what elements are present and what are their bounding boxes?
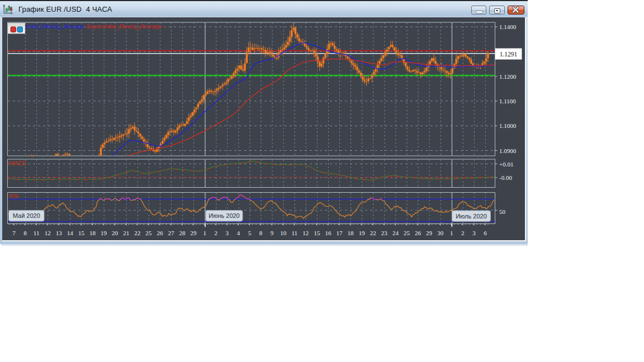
svg-text:26: 26 bbox=[415, 230, 422, 236]
svg-text:30: 30 bbox=[437, 230, 444, 236]
svg-text:1.1000: 1.1000 bbox=[499, 122, 517, 129]
svg-text:19: 19 bbox=[359, 230, 366, 236]
svg-text:3: 3 bbox=[226, 230, 229, 236]
svg-text:29: 29 bbox=[426, 230, 433, 236]
svg-text:1.0900: 1.0900 bbox=[499, 147, 517, 154]
svg-text:-Exponential_Moving_Average---: -Exponential_Moving_Average--- bbox=[85, 23, 167, 30]
svg-text:24: 24 bbox=[392, 230, 399, 236]
svg-text:10: 10 bbox=[280, 230, 287, 236]
svg-text:5: 5 bbox=[248, 230, 252, 236]
svg-text:-0.00: -0.00 bbox=[499, 174, 512, 181]
svg-text:27: 27 bbox=[168, 230, 175, 236]
svg-text:1: 1 bbox=[450, 230, 453, 236]
svg-text:17: 17 bbox=[337, 230, 343, 236]
svg-text:1.1200: 1.1200 bbox=[499, 73, 517, 80]
svg-text:1: 1 bbox=[203, 230, 206, 236]
svg-text:13: 13 bbox=[56, 230, 63, 236]
svg-text:11: 11 bbox=[292, 230, 298, 236]
svg-text:14: 14 bbox=[67, 230, 74, 236]
svg-text:23: 23 bbox=[381, 230, 388, 236]
svg-text:29: 29 bbox=[191, 230, 197, 236]
svg-text:16: 16 bbox=[325, 230, 332, 236]
svg-text:8: 8 bbox=[23, 230, 27, 236]
svg-text:19: 19 bbox=[101, 230, 107, 236]
svg-text:25: 25 bbox=[145, 230, 152, 236]
svg-text:1.1400: 1.1400 bbox=[499, 23, 517, 30]
svg-text:+0.01: +0.01 bbox=[499, 161, 513, 168]
svg-text:18: 18 bbox=[348, 230, 354, 236]
svg-text:Июль 2020: Июль 2020 bbox=[456, 213, 487, 220]
svg-text:18: 18 bbox=[89, 230, 96, 236]
svg-text:1.1100: 1.1100 bbox=[499, 98, 516, 104]
svg-text:8: 8 bbox=[259, 230, 263, 236]
svg-text:6: 6 bbox=[484, 230, 487, 236]
svg-text:22: 22 bbox=[370, 230, 376, 236]
svg-text:RSI: RSI bbox=[9, 193, 19, 199]
svg-text:15: 15 bbox=[314, 230, 320, 236]
svg-text:Май 2020: Май 2020 bbox=[13, 212, 40, 219]
svg-text:MACD: MACD bbox=[9, 160, 26, 166]
svg-text:22: 22 bbox=[134, 230, 140, 236]
svg-text:ential_Moving_Average: ential_Moving_Average bbox=[26, 23, 84, 30]
svg-text:2: 2 bbox=[215, 230, 218, 236]
svg-text:21: 21 bbox=[123, 230, 129, 236]
svg-text:26: 26 bbox=[157, 230, 163, 236]
svg-text:4: 4 bbox=[237, 230, 240, 236]
svg-text:2: 2 bbox=[461, 230, 465, 236]
svg-text:3: 3 bbox=[472, 230, 476, 236]
svg-text:11: 11 bbox=[34, 230, 40, 236]
svg-text:50: 50 bbox=[499, 208, 506, 215]
svg-text:9: 9 bbox=[271, 230, 274, 236]
svg-text:28: 28 bbox=[179, 230, 186, 236]
svg-text:12: 12 bbox=[45, 230, 51, 236]
svg-text:1.1291: 1.1291 bbox=[500, 51, 518, 58]
svg-text:25: 25 bbox=[404, 230, 410, 236]
svg-text:15: 15 bbox=[78, 230, 85, 236]
svg-text:Июнь 2020: Июнь 2020 bbox=[209, 212, 240, 219]
svg-text:12: 12 bbox=[302, 230, 309, 236]
svg-text:7: 7 bbox=[12, 230, 16, 236]
svg-text:20: 20 bbox=[112, 230, 119, 236]
